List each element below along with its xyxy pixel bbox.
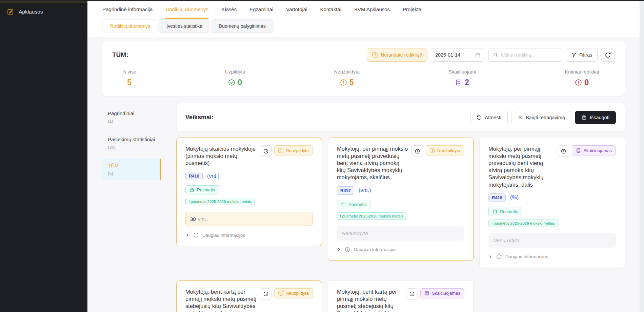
indicator-title: Mokytojų skaičius mokykloje (pirmas moks… [185,145,257,167]
warning-circle-icon: ! [278,148,283,153]
tab-pagrindine-informacija[interactable]: Pagrindinė informacija [102,1,153,19]
tab-projektai[interactable]: Projektai [403,1,422,19]
indicator-card-r416: Mokytojų skaičius mokykloje (pirmas moks… [176,138,322,246]
date-value: 2026-01-14 [435,52,460,58]
history-icon [263,148,269,154]
indicator-value-input[interactable]: 30 vnt. [185,212,313,226]
indicator-grid: Mokytojų skaičius mokykloje (pirmas moks… [176,138,625,312]
undo-icon [477,115,482,120]
period-type-badge: Pusmetis [488,207,522,216]
calendar-icon [341,202,346,207]
subtab-rodikliu-duomenys[interactable]: Rodiklių duomenys [102,19,158,33]
history-button[interactable] [558,145,569,157]
top-tabs: Pagrindinė informacija Rodiklių duomenys… [87,1,640,19]
chevron-right-icon [337,248,341,252]
calendar-icon [475,52,481,58]
pencil-square-icon [7,8,14,15]
indicator-title: Mokytojų, bent kartą per pirmąjį mokslo … [337,288,403,312]
search-icon [493,52,498,58]
history-icon [409,291,415,297]
subtab-ivesties-statistika[interactable]: Įvesties statistika [159,19,210,33]
check-circle-icon [228,79,235,86]
tab-klases[interactable]: Klasės [221,1,237,19]
history-icon [263,291,269,297]
status-badge: ! Neužpildyta [274,288,313,298]
info-circle-icon [496,254,502,259]
not-found-indicators-button[interactable]: ? Nerandate rodiklių? [367,48,427,62]
history-button[interactable] [260,145,271,157]
refresh-button[interactable] [601,48,615,62]
info-circle-icon [345,247,350,252]
chevron-right-icon [185,233,189,237]
stat-is-viso: Iš viso 5 [122,69,136,87]
filter-icon [571,52,577,58]
error-circle-icon [575,79,582,86]
indicator-value-input[interactable]: Nenurodyta [488,233,616,248]
tab-vartotojai[interactable]: Vartotojai [286,1,307,19]
history-icon [561,148,566,154]
top-bar: Pagrindinė informacija Rodiklių duomenys… [87,0,640,37]
search-input[interactable]: Ieškoti rodiklių... [488,48,562,62]
more-info-toggle[interactable]: Daugiau informacijos [337,247,464,252]
more-info-toggle[interactable]: Daugiau informacijos [185,232,313,238]
history-button[interactable] [406,288,418,300]
history-button[interactable] [260,288,271,300]
indicator-title: Mokytojų, per pirmąjį mokslo metų pusmet… [488,145,554,188]
indicator-card-row2-1: Mokytojų, bent kartą per pirmąjį mokslo … [176,280,322,312]
actions-title: Veiksmai: [185,114,214,121]
warning-circle-icon: ! [278,291,283,296]
indicator-code-badge: R417 [337,186,354,195]
close-icon [518,115,523,120]
info-circle-icon [193,232,199,238]
save-button[interactable]: Išsaugoti [575,111,616,124]
sidebar: Apklausos [0,0,87,312]
category-pasiekimu-statistiniai[interactable]: Pasiekimų statistiniai (30) [102,132,160,154]
vertical-scrollbar[interactable] [640,0,644,312]
filter-button[interactable]: Filtras [566,48,598,62]
actions-bar: Veiksmai: Atmesti Baigti red [176,103,625,132]
more-info-toggle[interactable]: Daugiau informacijos [488,254,616,259]
calendar-icon [492,209,497,214]
warning-circle-icon: ! [430,148,435,153]
calculator-icon [455,79,462,86]
period-value-badge: I pusmetis 2025-2026 mokslo metais [488,220,558,227]
summary-stats: Iš viso 5 Užpildyta 0 Neužpildyta [112,69,615,87]
stat-kritiniai-rodikliai: Kritiniai rodikliai 0 [565,69,599,87]
calculator-icon [576,148,581,153]
indicator-title: Mokytojų, per pirmąjį mokslo metų pusmet… [337,145,408,181]
indicator-code-badge: R416 [185,172,203,180]
status-badge: Skaičiuojamas [420,288,464,298]
category-nav: Pagrindiniai (1) Pasiekimų statistiniai … [102,103,160,312]
finish-editing-button[interactable]: Baigti redagavimą [511,111,571,124]
indicator-unit: (%) [510,194,519,201]
indicator-unit: (vnt.) [207,173,219,179]
tab-rodikliu-duomenys[interactable]: Rodiklių duomenys [165,1,208,19]
date-picker[interactable]: 2026-01-14 [431,48,485,62]
calculator-icon [424,291,429,296]
warning-circle-icon [340,79,347,86]
category-pagrindiniai[interactable]: Pagrindiniai (1) [102,106,160,128]
history-icon [415,148,420,154]
period-type-badge: Pusmetis [185,185,219,194]
window-top-edge [0,0,644,1]
sidebar-item-apklausos[interactable]: Apklausos [0,3,87,20]
subtab-duomenu-palyginimas[interactable]: Duomenų palyginimas [211,19,274,33]
tab-bvm-apklausos[interactable]: BVM Apklausos [354,1,390,19]
indicator-card-r418: Mokytojų, per pirmąjį mokslo metų pusmet… [479,138,625,268]
stat-uzpildyta: Užpildyta 0 [225,69,245,87]
discard-button[interactable]: Atmesti [470,111,508,124]
period-value-badge: I pusmetis 2025-2026 mokslo metais [185,198,255,205]
app-root: Apklausos Pagrindinė informacija Rodikli… [0,0,644,312]
period-type-badge: Pusmetis [337,200,370,209]
main-area: Pagrindinė informacija Rodiklių duomenys… [87,0,640,312]
status-badge: ! Neužpildyta [274,145,313,155]
category-tum[interactable]: TŪM (5) [102,159,160,180]
work-area: Veiksmai: Atmesti Baigti red [176,103,625,312]
status-badge: ! Neužpildyta [426,145,464,155]
question-circle-icon: ? [372,52,378,58]
indicator-card-r417: Mokytojų, per pirmąjį mokslo metų pusmet… [328,138,474,261]
tab-egzaminai[interactable]: Egzaminai [249,1,273,19]
tab-kontaktai[interactable]: Kontaktai [320,1,342,19]
history-button[interactable] [411,145,423,157]
indicator-value-input[interactable]: Nenurodyta [337,226,464,241]
